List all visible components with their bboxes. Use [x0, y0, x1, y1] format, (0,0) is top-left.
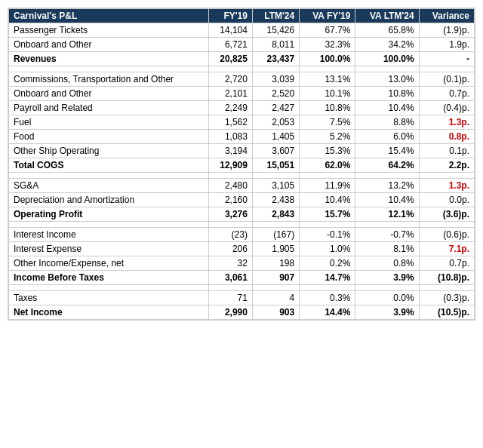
row-value: 13.0% — [355, 72, 419, 87]
table-row: Taxes7140.3%0.0%(0.3)p. — [9, 291, 475, 305]
row-value: 1,562 — [208, 115, 252, 130]
header-row: Carnival's P&L FY'19 LTM'24 VA FY'19 VA … — [9, 9, 475, 23]
row-value: 10.4% — [355, 101, 419, 115]
row-value: 3,607 — [252, 144, 299, 158]
row-value: 12.1% — [355, 207, 419, 222]
row-value: 1.3p. — [419, 115, 474, 130]
row-label: Other Ship Operating — [9, 144, 209, 158]
table-row: Commissions, Transportation and Other2,7… — [9, 72, 475, 87]
table-row: Income Before Taxes3,06190714.7%3.9%(10.… — [9, 271, 475, 285]
table-row: Food1,0831,4055.2%6.0%0.8p. — [9, 130, 475, 144]
row-value: 14.4% — [300, 305, 355, 320]
row-value: 3.9% — [355, 271, 419, 285]
row-value: 2,101 — [208, 87, 252, 101]
row-value: - — [419, 52, 474, 66]
row-value: 903 — [252, 305, 299, 320]
row-label: Income Before Taxes — [9, 271, 209, 285]
pl-table-container: Carnival's P&L FY'19 LTM'24 VA FY'19 VA … — [8, 8, 475, 321]
row-value: 3,039 — [252, 72, 299, 87]
row-label: Payroll and Related — [9, 101, 209, 115]
row-value: 2,720 — [208, 72, 252, 87]
table-row: Net Income2,99090314.4%3.9%(10.5)p. — [9, 305, 475, 320]
row-value: 32 — [208, 256, 252, 271]
row-label: Onboard and Other — [9, 87, 209, 101]
row-value: 14,104 — [208, 23, 252, 38]
row-value: (0.6)p. — [419, 228, 474, 242]
row-value: 62.0% — [300, 158, 355, 173]
row-value: 0.0p. — [419, 193, 474, 207]
row-value: (3.6)p. — [419, 207, 474, 222]
row-value: 2,480 — [208, 179, 252, 193]
row-value: 32.3% — [300, 38, 355, 52]
row-label: Taxes — [9, 291, 209, 305]
table-row: Depreciation and Amortization2,1602,4381… — [9, 193, 475, 207]
row-value: 10.4% — [300, 193, 355, 207]
row-label: Commissions, Transportation and Other — [9, 72, 209, 87]
row-value: 3,194 — [208, 144, 252, 158]
row-value: 2,427 — [252, 101, 299, 115]
spacer-row — [9, 285, 475, 291]
row-value: 1,083 — [208, 130, 252, 144]
row-value: (10.8)p. — [419, 271, 474, 285]
row-value: 3.9% — [355, 305, 419, 320]
row-label: Interest Expense — [9, 242, 209, 256]
row-value: 1.0% — [300, 242, 355, 256]
row-value: 0.1p. — [419, 144, 474, 158]
table-row: Total COGS12,90915,05162.0%64.2%2.2p. — [9, 158, 475, 173]
row-label: Operating Profit — [9, 207, 209, 222]
row-value: 71 — [208, 291, 252, 305]
row-value: 0.2% — [300, 256, 355, 271]
row-value: 10.4% — [355, 193, 419, 207]
row-label: Passenger Tickets — [9, 23, 209, 38]
row-value: 15.3% — [300, 144, 355, 158]
row-value: 23,437 — [252, 52, 299, 66]
row-label: Fuel — [9, 115, 209, 130]
row-label: Total COGS — [9, 158, 209, 173]
row-value: 3,105 — [252, 179, 299, 193]
row-value: 64.2% — [355, 158, 419, 173]
row-value: 100.0% — [300, 52, 355, 66]
row-value: (1.9)p. — [419, 23, 474, 38]
row-value: 1,405 — [252, 130, 299, 144]
col-fy19: FY'19 — [208, 9, 252, 23]
row-value: 34.2% — [355, 38, 419, 52]
table-row: Revenues20,82523,437100.0%100.0%- — [9, 52, 475, 66]
row-value: 67.7% — [300, 23, 355, 38]
row-value: 8,011 — [252, 38, 299, 52]
row-value: (167) — [252, 228, 299, 242]
row-value: 0.8% — [355, 256, 419, 271]
row-value: 0.0% — [355, 291, 419, 305]
row-value: 2,160 — [208, 193, 252, 207]
row-value: 7.5% — [300, 115, 355, 130]
table-row: Fuel1,5622,0537.5%8.8%1.3p. — [9, 115, 475, 130]
row-value: 20,825 — [208, 52, 252, 66]
row-value: 0.7p. — [419, 87, 474, 101]
row-value: 1.3p. — [419, 179, 474, 193]
row-value: 8.1% — [355, 242, 419, 256]
row-label: Depreciation and Amortization — [9, 193, 209, 207]
pl-table: Carnival's P&L FY'19 LTM'24 VA FY'19 VA … — [8, 8, 475, 320]
table-row: Other Income/Expense, net321980.2%0.8%0.… — [9, 256, 475, 271]
spacer-row — [9, 222, 475, 228]
row-value: 2,990 — [208, 305, 252, 320]
row-value: 2,520 — [252, 87, 299, 101]
row-value: 4 — [252, 291, 299, 305]
row-value: 7.1p. — [419, 242, 474, 256]
table-row: Passenger Tickets14,10415,42667.7%65.8%(… — [9, 23, 475, 38]
row-value: 2,249 — [208, 101, 252, 115]
row-value: 15,426 — [252, 23, 299, 38]
row-label: Revenues — [9, 52, 209, 66]
col-va-ltm24: VA LTM'24 — [355, 9, 419, 23]
row-label: SG&A — [9, 179, 209, 193]
row-value: 1.9p. — [419, 38, 474, 52]
row-value: 907 — [252, 271, 299, 285]
row-value: 13.2% — [355, 179, 419, 193]
row-label: Food — [9, 130, 209, 144]
row-value: 5.2% — [300, 130, 355, 144]
table-row: SG&A2,4803,10511.9%13.2%1.3p. — [9, 179, 475, 193]
table-row: Onboard and Other6,7218,01132.3%34.2%1.9… — [9, 38, 475, 52]
row-value: 1,905 — [252, 242, 299, 256]
row-value: (0.3)p. — [419, 291, 474, 305]
row-value: 3,061 — [208, 271, 252, 285]
table-row: Other Ship Operating3,1943,60715.3%15.4%… — [9, 144, 475, 158]
